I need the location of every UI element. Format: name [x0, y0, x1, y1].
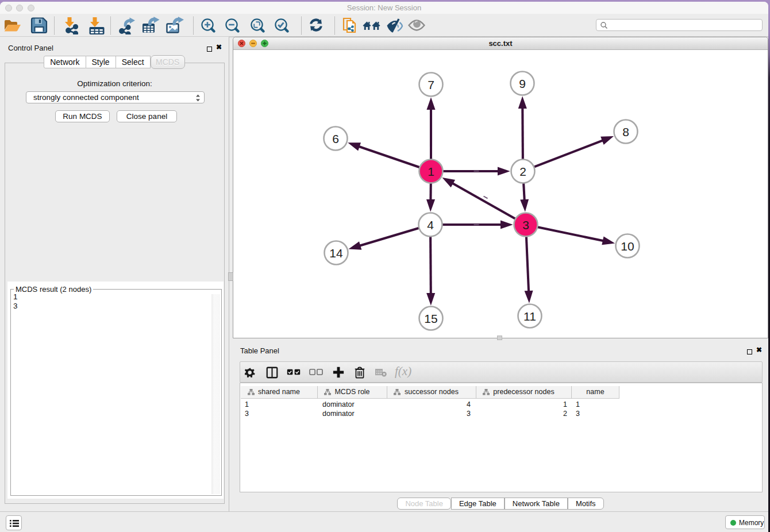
svg-text:11: 11 — [523, 310, 536, 323]
svg-text:6: 6 — [332, 132, 339, 145]
svg-text:4: 4 — [427, 218, 434, 232]
svg-text:8: 8 — [622, 125, 629, 138]
svg-text:15: 15 — [424, 312, 437, 325]
svg-text:1: 1 — [428, 165, 434, 178]
svg-text:7: 7 — [428, 78, 434, 91]
svg-text:3: 3 — [522, 218, 529, 232]
svg-text:2: 2 — [519, 165, 526, 178]
svg-text:14: 14 — [329, 246, 343, 260]
svg-text:9: 9 — [519, 77, 526, 90]
svg-text:10: 10 — [621, 240, 634, 253]
